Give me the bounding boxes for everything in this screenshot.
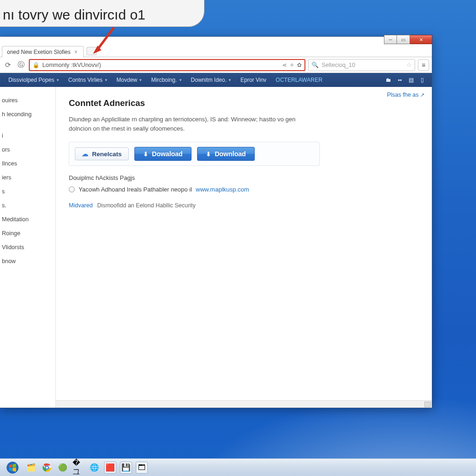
cloud-icon: ☁	[82, 150, 88, 158]
footer-tag[interactable]: Midvared	[69, 202, 93, 209]
sidebar-item[interactable]: ouires	[0, 93, 52, 107]
download-icon: ⬇	[206, 151, 211, 158]
url-text: Lommonty :tkVUnovv/)	[42, 62, 101, 68]
sidebar-item[interactable]: Roinge	[0, 226, 52, 240]
page-content: ouires h leconding i ors Ilnces iers s s…	[0, 87, 432, 408]
tab-close-icon[interactable]: ×	[74, 49, 78, 55]
nav-page-icon[interactable]: ▯	[419, 77, 425, 83]
download-icon: ⬇	[143, 151, 148, 158]
search-placeholder: Seltecioq_10	[322, 62, 355, 68]
maximize-button[interactable]: ▭	[397, 35, 410, 44]
taskbar-chrome-icon[interactable]	[41, 462, 53, 474]
sidebar-item[interactable]: Ilnces	[0, 157, 52, 171]
callout-arrow-icon	[93, 25, 126, 58]
nav-utility: 🖿 ▪▪ ▤ ▯	[385, 77, 428, 83]
sidebar-item[interactable]: s.	[0, 198, 52, 212]
chevron-down-icon: ▾	[57, 78, 59, 82]
reload-button[interactable]: ⟳	[3, 60, 13, 70]
taskbar-browser-icon[interactable]: 🌐	[88, 462, 100, 474]
search-bar[interactable]: 🔍 Seltecioq_10 ☆	[308, 59, 415, 71]
option-row[interactable]: Yacowh Adhoand Ireals Pathabler neopo il…	[69, 186, 422, 193]
chevron-down-icon: ▾	[229, 78, 231, 82]
download-button-1[interactable]: ⬇ Dowaload	[134, 147, 192, 161]
share-icon: ↗	[420, 92, 424, 98]
radio-icon[interactable]	[69, 186, 75, 192]
bookmark-star-icon[interactable]: ☆	[406, 61, 412, 68]
sidebar-item[interactable]: s	[0, 185, 52, 198]
release-chip[interactable]: ☁ Renelcats	[75, 147, 129, 160]
chip-label: Renelcats	[92, 151, 122, 158]
sidebar-item[interactable]: i	[0, 129, 52, 143]
taskbar-running-3[interactable]: 🗔	[136, 462, 148, 474]
nav-item-3[interactable]: Mircboing.▾	[146, 73, 186, 87]
chevron-down-icon: ▾	[139, 78, 142, 82]
share-link[interactable]: Plsas fhe as ↗	[387, 92, 424, 98]
menu-button[interactable]: ≡	[418, 60, 429, 71]
option-link[interactable]: www.maplkusp.com	[196, 186, 249, 193]
share-label: Plsas fhe as	[387, 92, 418, 98]
taskbar-media-icon[interactable]: �그	[73, 462, 85, 474]
sub-heading: Douiplmc hAckists Pagjs	[69, 174, 422, 181]
horizontal-scrollbar[interactable]	[56, 400, 432, 408]
address-bar[interactable]: 🔒 Lommonty :tkVUnovv/) ⋖ ✧ ✿	[29, 59, 305, 71]
nav-list-icon[interactable]: ▤	[408, 77, 414, 83]
footer-text: Dismoofidd an Eelond Habllic Security	[97, 202, 196, 209]
chevron-down-icon: ▾	[179, 78, 182, 82]
taskbar-running-2[interactable]: 💾	[120, 462, 132, 474]
page-description: Diundep an Appliclliate rn charpling an …	[69, 115, 311, 133]
sidebar-item[interactable]: ors	[0, 143, 52, 157]
lock-icon: 🔒	[33, 62, 40, 68]
taskbar: 🗂️ 🟢 �그 🌐 🟥 💾 🗔	[0, 458, 476, 476]
svg-point-5	[46, 466, 48, 468]
sidebar-item[interactable]: bnow	[0, 254, 52, 268]
tab-title: oned New Exetion Slofies	[7, 49, 71, 55]
option-text: Yacowh Adhoand Ireals Pathabler neopo il	[79, 186, 192, 193]
home-button[interactable]: Ⓖ	[16, 60, 26, 70]
sidebar-item[interactable]: Vlidorsts	[0, 240, 52, 254]
window-titlebar: ─ ▭ ✕	[0, 37, 432, 45]
page-title: Conntet Adnericas	[69, 98, 422, 108]
footer-line: Midvared Dismoofidd an Eelond Habllic Se…	[69, 202, 422, 209]
download-button-2[interactable]: ⬇ Download	[197, 147, 255, 161]
windows-logo-icon	[7, 462, 19, 474]
save-page-icon[interactable]: ✿	[297, 62, 302, 68]
nav-item-highlight[interactable]: OCTERLAWARER	[271, 73, 327, 87]
download-row: ☁ Renelcats ⬇ Dowaload ⬇ Download	[69, 142, 320, 166]
browser-toolbar: ⟳ Ⓖ 🔒 Lommonty :tkVUnovv/) ⋖ ✧ ✿ 🔍 Selte…	[0, 57, 432, 73]
browser-window: ─ ▭ ✕ oned New Exetion Slofies × ⟳ Ⓖ 🔒 L…	[0, 36, 432, 408]
nav-folder-icon[interactable]: 🖿	[385, 77, 392, 83]
tab-strip: oned New Exetion Slofies ×	[0, 45, 432, 57]
tutorial-callout: nı tovry we dinvircıd o1	[0, 0, 205, 27]
nav-item-5[interactable]: Epror Vinv	[236, 73, 271, 87]
left-sidebar: ouires h leconding i ors Ilnces iers s s…	[0, 87, 56, 408]
scrollbar-thumb[interactable]	[424, 402, 431, 407]
taskbar-running-1[interactable]: 🟥	[104, 462, 116, 474]
nav-item-4[interactable]: Downitm Ideo.▾	[186, 73, 236, 87]
chevron-down-icon: ▾	[105, 78, 107, 82]
sidebar-item[interactable]	[0, 121, 52, 129]
main-panel: Plsas fhe as ↗ Conntet Adnericas Diundep…	[56, 87, 432, 408]
sidebar-item[interactable]: iers	[0, 171, 52, 185]
window-controls: ─ ▭ ✕	[384, 35, 432, 44]
download-label: Dowaload	[152, 150, 183, 158]
sidebar-item[interactable]: Meditation	[0, 212, 52, 226]
reader-icon[interactable]: ⋖	[282, 62, 287, 68]
taskbar-app-icon[interactable]: 🟢	[57, 462, 69, 474]
tutorial-callout-text: nı tovry we dinvircıd o1	[3, 7, 145, 23]
close-button[interactable]: ✕	[410, 35, 432, 44]
sidebar-item[interactable]: h leconding	[0, 107, 52, 121]
site-navbar: Dissviolped Popes▾ Contns Virlies▾ Movde…	[0, 73, 432, 87]
minimize-button[interactable]: ─	[384, 35, 397, 44]
start-button[interactable]	[4, 461, 21, 474]
bookmark-outline-icon[interactable]: ✧	[290, 62, 294, 68]
url-actions: ⋖ ✧ ✿	[282, 62, 302, 68]
svg-line-0	[97, 27, 114, 51]
nav-item-1[interactable]: Contns Virlies▾	[64, 73, 112, 87]
svg-point-2	[7, 462, 19, 473]
browser-tab[interactable]: oned New Exetion Slofies ×	[2, 46, 84, 57]
search-icon: 🔍	[311, 61, 319, 68]
nav-item-2[interactable]: Movdew▾	[112, 73, 147, 87]
nav-grid-icon[interactable]: ▪▪	[397, 77, 403, 83]
taskbar-explorer-icon[interactable]: 🗂️	[25, 462, 37, 474]
nav-item-0[interactable]: Dissviolped Popes▾	[4, 73, 64, 87]
